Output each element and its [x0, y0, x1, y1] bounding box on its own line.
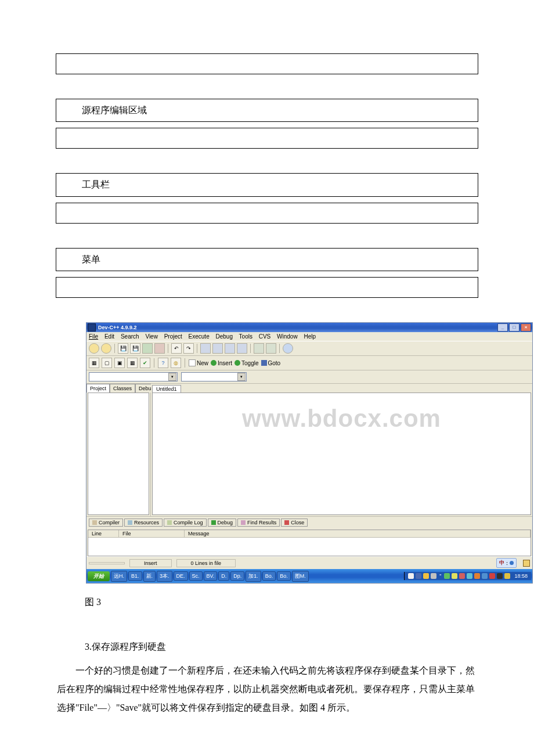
tray-icon[interactable]	[482, 573, 488, 579]
tray-icon[interactable]	[504, 573, 510, 579]
task-item[interactable]: 远H.	[111, 571, 127, 582]
task-item[interactable]: 加1.	[246, 571, 261, 582]
project-tree[interactable]	[88, 393, 149, 515]
undo-icon[interactable]: ↶	[171, 343, 182, 354]
insert-label[interactable]: Insert	[211, 360, 232, 366]
toolbar-main: 💾 💾 ↶ ↷	[86, 341, 532, 356]
menu-help[interactable]: Help	[304, 333, 316, 340]
tb2-icon-1[interactable]: ▦	[89, 358, 99, 368]
question-icon[interactable]: ?	[158, 358, 168, 368]
btab-compile-log[interactable]: Compile Log	[164, 519, 207, 527]
help-icon[interactable]	[283, 343, 293, 354]
task-item[interactable]: Sc.	[189, 571, 203, 581]
tray-icon[interactable]	[444, 573, 450, 579]
combo-2[interactable]: ▾	[181, 372, 247, 381]
tray-icon[interactable]	[416, 573, 421, 579]
system-tray[interactable]: " 18:58	[404, 572, 531, 580]
devcpp-screenshot: Dev-C++ 4.9.9.2 _ □ × File Edit Search V…	[86, 322, 478, 584]
new-file-icon[interactable]	[89, 343, 99, 354]
task-item[interactable]: 图M.	[292, 571, 309, 582]
task-item[interactable]: Bo.	[262, 571, 276, 581]
toggle-label[interactable]: Toggle	[234, 360, 258, 366]
compile-run-icon[interactable]	[225, 343, 235, 354]
btab-compiler[interactable]: Compiler	[89, 519, 123, 527]
goto-label[interactable]: Goto	[261, 360, 281, 366]
task-item[interactable]: B1.	[128, 571, 142, 581]
debug-icon[interactable]	[254, 343, 264, 354]
btab-find[interactable]: Find Results	[237, 519, 280, 527]
status-insert: Insert	[129, 559, 172, 567]
new-label[interactable]: New	[189, 359, 208, 366]
btab-close[interactable]: Close	[281, 519, 308, 527]
maximize-button[interactable]: □	[509, 323, 519, 332]
minimize-button[interactable]: _	[497, 323, 508, 332]
bulb-icon[interactable]: ◍	[171, 358, 181, 368]
watermark-text: www.bdocx.com	[153, 405, 531, 433]
btab-resources[interactable]: Resources	[124, 519, 163, 527]
menu-cvs[interactable]: CVS	[259, 333, 271, 340]
combo-1[interactable]: ▾	[89, 372, 178, 381]
menu-debug[interactable]: Debug	[216, 333, 233, 340]
language-indicator[interactable]: 中 :	[496, 558, 517, 568]
windows-taskbar: 开始 远H. B1. 新. 3本. DE. Sc. BV. D. Dp. 加1.…	[86, 569, 532, 583]
tb2-icon-2[interactable]: ▢	[102, 358, 112, 368]
compile-icon[interactable]	[200, 343, 211, 354]
check-icon[interactable]: ✔	[140, 358, 150, 368]
tray-icon[interactable]	[423, 573, 429, 579]
col-file[interactable]: File	[119, 530, 185, 537]
task-item[interactable]: Dp.	[230, 571, 244, 581]
menu-edit[interactable]: Edit	[104, 333, 114, 340]
debug-step-icon[interactable]	[266, 343, 276, 354]
bottom-tab-row: Compiler Resources Compile Log Debug Fin…	[86, 516, 532, 528]
menu-execute[interactable]: Execute	[189, 333, 210, 340]
label-source-edit-area: 源程序编辑区域	[56, 99, 478, 122]
saveall-icon[interactable]: 💾	[130, 343, 140, 354]
tab-project[interactable]: Project	[86, 384, 110, 393]
menu-search[interactable]: Search	[121, 333, 139, 340]
task-item[interactable]: 3本.	[157, 571, 172, 582]
left-panel: Project Classes Debug	[86, 384, 151, 516]
close-button[interactable]: ×	[521, 323, 531, 332]
task-item[interactable]: DE.	[174, 571, 188, 581]
btab-debug[interactable]: Debug	[208, 519, 237, 527]
menu-project[interactable]: Project	[164, 333, 182, 340]
tray-icon[interactable]	[459, 573, 465, 579]
tab-classes[interactable]: Classes	[110, 384, 135, 393]
task-item[interactable]: D.	[218, 571, 229, 581]
menu-tools[interactable]: Tools	[239, 333, 252, 340]
toolbar-secondary: ▦ ▢ ▣ ▦ ✔ ? ◍ New Insert Toggle Goto	[86, 356, 532, 370]
task-item[interactable]: Bo.	[277, 571, 291, 581]
rebuild-icon[interactable]	[237, 343, 247, 354]
tray-icon[interactable]	[467, 573, 472, 579]
save-icon[interactable]: 💾	[118, 343, 128, 354]
label-menu: 菜单	[56, 248, 478, 271]
tb2-icon-3[interactable]: ▣	[114, 358, 125, 368]
menu-file[interactable]: File	[89, 333, 98, 340]
print-icon[interactable]	[142, 343, 153, 354]
tray-icon[interactable]	[431, 573, 436, 579]
col-line[interactable]: Line	[88, 530, 119, 537]
code-editor[interactable]: www.bdocx.com	[152, 393, 531, 515]
open-file-icon[interactable]	[101, 343, 111, 354]
tb2-icon-4[interactable]: ▦	[127, 358, 138, 368]
menu-window[interactable]: Window	[277, 333, 298, 340]
start-button[interactable]: 开始	[88, 571, 110, 581]
task-item[interactable]: 新.	[143, 571, 156, 582]
col-message[interactable]: Message	[185, 530, 531, 537]
tray-icon[interactable]	[489, 573, 495, 579]
menu-view[interactable]: View	[145, 333, 158, 340]
editor-tab-untitled[interactable]: Untitled1	[152, 385, 181, 393]
window-title: Dev-C++ 4.9.9.2	[98, 325, 137, 330]
section-heading: 3.保存源程序到硬盘	[85, 641, 478, 653]
label-toolbar: 工具栏	[56, 173, 478, 196]
close-file-icon[interactable]	[154, 343, 165, 354]
app-icon	[88, 323, 96, 332]
task-item[interactable]: BV.	[204, 571, 218, 581]
redo-icon[interactable]: ↷	[183, 343, 194, 354]
tray-icon[interactable]	[474, 573, 480, 579]
run-icon[interactable]	[212, 343, 223, 354]
status-lines: 0 Lines in file	[176, 559, 236, 567]
tray-icon[interactable]	[452, 573, 457, 579]
tray-icon[interactable]	[497, 573, 503, 579]
tray-icon[interactable]	[408, 573, 414, 579]
